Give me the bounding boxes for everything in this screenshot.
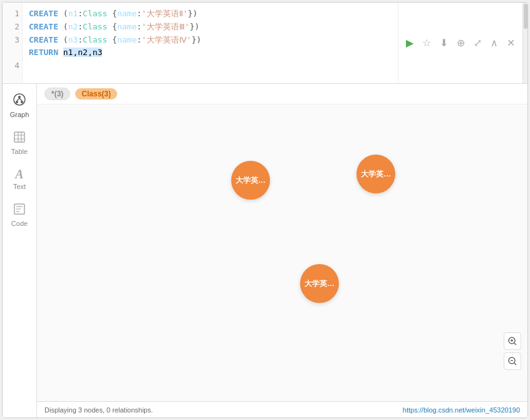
node-n2-label: 大学英…: [361, 169, 391, 180]
graph-icon: [13, 93, 26, 108]
text-icon: A: [15, 168, 23, 180]
star-button[interactable]: ☆: [422, 37, 431, 49]
keyword-create-2: CREATE: [29, 22, 58, 31]
keyword-create-3: CREATE: [29, 35, 58, 44]
sidebar-item-code[interactable]: Code: [3, 197, 36, 233]
status-link[interactable]: https://blog.csdn.net/weixin_45320190: [403, 406, 520, 414]
svg-point-0: [14, 94, 25, 105]
sidebar: Graph Table A Text: [3, 84, 37, 417]
table-label: Table: [11, 148, 28, 155]
zoom-in-button[interactable]: [504, 332, 521, 350]
svg-point-2: [16, 101, 18, 103]
svg-line-5: [19, 98, 22, 101]
svg-rect-6: [14, 132, 24, 142]
editor-pane: 1 2 3 4 CREATE (n1:Class {name:'大学英语Ⅱ'})…: [3, 3, 527, 84]
table-icon: [13, 131, 26, 145]
all-nodes-badge[interactable]: *(3): [44, 88, 70, 100]
node-n1[interactable]: 大学英…: [231, 161, 270, 200]
line-numbers: 1 2 3 4: [3, 3, 23, 83]
close-button[interactable]: ✕: [507, 37, 515, 49]
sidebar-item-table[interactable]: Table: [3, 125, 36, 161]
code-icon: [13, 203, 26, 217]
expand-button[interactable]: ⤢: [474, 37, 482, 49]
run-button[interactable]: ▶: [406, 37, 413, 49]
svg-point-1: [18, 96, 21, 98]
code-line-2: CREATE (n2:Class {name:'大学英语Ⅲ'}): [29, 21, 392, 34]
graph-label: Graph: [10, 111, 29, 118]
status-bar: Displaying 3 nodes, 0 relationships. htt…: [37, 401, 527, 417]
editor-toolbar: ▶ ☆ ⬇ ⊕ ⤢ ∧ ✕: [398, 3, 522, 83]
sidebar-item-text[interactable]: A Text: [3, 161, 36, 197]
node-n3-label: 大学英…: [304, 279, 335, 289]
node-n3[interactable]: 大学英…: [300, 264, 339, 303]
svg-line-4: [17, 98, 19, 101]
editor-scrollbar[interactable]: [522, 3, 527, 83]
code-line-3: CREATE (n3:Class {name:'大学英语Ⅳ'}): [29, 34, 392, 47]
code-line-4: [29, 59, 392, 73]
status-text: Displaying 3 nodes, 0 relationships.: [44, 406, 153, 414]
graph-controls: [504, 332, 521, 370]
svg-line-16: [514, 343, 516, 345]
graph-toolbar: *(3) Class(3): [37, 84, 527, 105]
main-window: 1 2 3 4 CREATE (n1:Class {name:'大学英语Ⅱ'})…: [2, 2, 528, 418]
graph-area: *(3) Class(3) 大学英… 大学英… 大学英…: [37, 84, 527, 417]
code-editor[interactable]: CREATE (n1:Class {name:'大学英语Ⅱ'}) CREATE …: [23, 3, 398, 83]
code-label: Code: [11, 220, 28, 227]
zoom-out-button[interactable]: [504, 352, 521, 370]
svg-line-20: [514, 363, 516, 365]
keyword-return: RETURN: [29, 48, 58, 57]
return-vars: n1,n2,n3: [63, 48, 103, 57]
download-button[interactable]: ⬇: [440, 37, 448, 49]
keyword-create-1: CREATE: [29, 9, 58, 18]
code-line-return: RETURN n1,n2,n3: [29, 46, 392, 59]
svg-point-3: [21, 101, 23, 103]
sidebar-item-graph[interactable]: Graph: [3, 86, 36, 125]
graph-canvas: 大学英… 大学英… 大学英…: [37, 105, 527, 401]
text-label: Text: [13, 183, 26, 190]
pin-button[interactable]: ⊕: [457, 37, 465, 49]
node-n2[interactable]: 大学英…: [356, 155, 395, 193]
scrollbar-thumb[interactable]: [524, 4, 527, 29]
collapse-button[interactable]: ∧: [491, 37, 498, 49]
node-n1-label: 大学英…: [236, 175, 266, 186]
class-badge[interactable]: Class(3): [75, 88, 117, 100]
main-area: Graph Table A Text: [3, 84, 527, 417]
code-line-1: CREATE (n1:Class {name:'大学英语Ⅱ'}): [29, 8, 392, 21]
